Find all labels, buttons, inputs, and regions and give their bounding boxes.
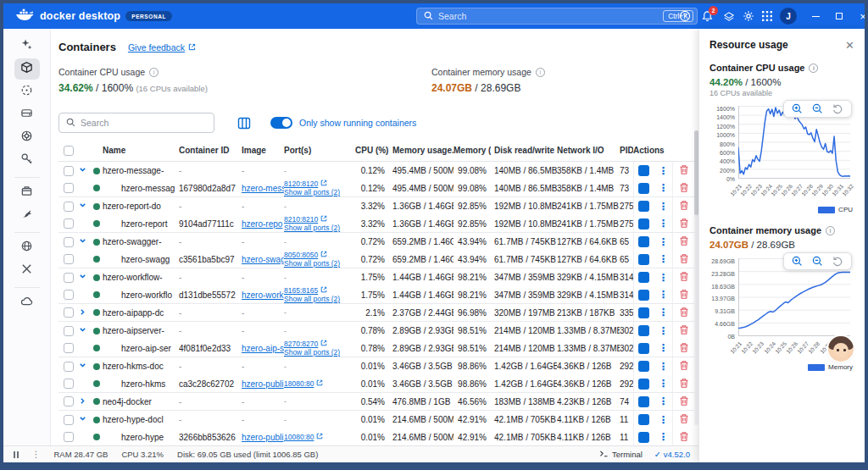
stop-button[interactable]	[638, 396, 649, 407]
delete-button[interactable]	[679, 395, 689, 408]
image-link[interactable]: hzero-publi	[242, 433, 283, 442]
sidebar-item-models[interactable]	[14, 150, 40, 171]
port-link[interactable]: 8210:8210	[284, 215, 318, 224]
settings-gear-icon[interactable]	[742, 9, 755, 23]
row-checkbox[interactable]	[64, 307, 74, 318]
stop-button[interactable]	[638, 165, 649, 176]
give-feedback-link[interactable]: Give feedback	[128, 42, 196, 53]
user-avatar[interactable]: J	[780, 8, 797, 25]
more-actions-button[interactable]: ⋮	[659, 415, 669, 425]
delete-button[interactable]	[679, 164, 689, 177]
more-actions-button[interactable]: ⋮	[659, 202, 669, 212]
chevron-down-icon[interactable]	[79, 166, 86, 175]
port-link[interactable]: 8270:8270	[284, 340, 318, 348]
image-link[interactable]: hzero-publi	[242, 379, 283, 389]
info-icon[interactable]: i	[536, 68, 545, 77]
delete-button[interactable]	[679, 200, 689, 213]
delete-button[interactable]	[679, 271, 689, 284]
row-checkbox[interactable]	[64, 343, 74, 353]
sidebar-item-docker-scout[interactable]	[14, 205, 40, 226]
more-actions-button[interactable]: ⋮	[659, 273, 669, 283]
sidebar-item-images[interactable]	[14, 81, 40, 102]
container-row[interactable]: hzero-hype3266bb853626hzero-publi10080:8…	[58, 429, 698, 445]
row-checkbox[interactable]	[64, 254, 74, 264]
column-header-name[interactable]: Name	[103, 146, 179, 155]
usage-meter-icon[interactable]	[14, 451, 19, 458]
row-checkbox[interactable]	[64, 290, 74, 300]
more-actions-button[interactable]: ⋮	[659, 326, 669, 336]
sidebar-item-marketplace[interactable]	[14, 260, 40, 281]
container-row[interactable]: hzero-hype-docl---0.01%214.6MB / 500MB42…	[58, 411, 698, 429]
container-row[interactable]: hzero-aipapp-dc---2.1%2.37GB / 2.44GB96.…	[58, 304, 698, 322]
column-header-ports[interactable]: Port(s)	[284, 147, 355, 155]
column-header-memory-pct[interactable]: Memory (%)	[453, 146, 491, 155]
column-header-image[interactable]: Image	[242, 146, 284, 155]
row-checkbox[interactable]	[64, 362, 74, 372]
container-row[interactable]: hzero-hkms-doc---0.01%3.46GB / 3.5GB98.8…	[58, 357, 698, 375]
column-header-cpu[interactable]: CPU (%)	[355, 146, 389, 155]
container-row[interactable]: hzero-messag167980d2a8d7hzero-mess8120:8…	[58, 180, 698, 197]
container-row[interactable]: hzero-workflow----1.75%1.44GB / 1.46GB98…	[58, 268, 698, 286]
container-row[interactable]: hzero-hkmsca3c28c62702hzero-publi18080:8…	[58, 375, 698, 393]
port-link[interactable]: 10080:80	[284, 433, 314, 441]
delete-button[interactable]	[679, 289, 689, 301]
delete-button[interactable]	[679, 307, 689, 319]
global-search-input[interactable]: Ctrl+K	[416, 8, 698, 25]
container-row[interactable]: hzero-workflod131dbe55572hzero-work8165:…	[58, 286, 698, 304]
sidebar-item-docker-hub[interactable]	[14, 182, 40, 203]
more-actions-button[interactable]: ⋮	[659, 218, 669, 229]
stop-button[interactable]	[638, 254, 649, 265]
zoom-out-icon[interactable]	[812, 103, 823, 114]
container-row[interactable]: hzero-swagger----0.72%659.2MB / 1.46GB43…	[58, 233, 698, 251]
container-search-field[interactable]	[81, 118, 207, 128]
select-all-checkbox[interactable]	[64, 146, 74, 156]
zoom-in-icon[interactable]	[792, 256, 803, 267]
more-actions-button[interactable]: ⋮	[659, 379, 669, 389]
close-window-button[interactable]: ×	[851, 3, 868, 29]
zoom-reset-icon[interactable]	[832, 103, 843, 114]
column-header-memory-usage[interactable]: Memory usage...	[389, 146, 453, 155]
stop-button[interactable]	[638, 343, 649, 354]
delete-button[interactable]	[679, 324, 689, 337]
chevron-down-icon[interactable]	[79, 326, 86, 335]
image-link[interactable]: hzero-work	[242, 290, 283, 300]
more-actions-button[interactable]: ⋮	[659, 237, 669, 247]
delete-button[interactable]	[679, 378, 689, 390]
stop-button[interactable]	[638, 307, 649, 318]
show-all-ports-link[interactable]: Show all ports (2)	[284, 224, 340, 232]
stop-button[interactable]	[638, 201, 649, 212]
column-settings-icon[interactable]	[236, 115, 252, 130]
stop-button[interactable]	[638, 432, 649, 443]
row-checkbox[interactable]	[64, 379, 74, 389]
stop-button[interactable]	[638, 183, 649, 194]
row-checkbox[interactable]	[64, 273, 74, 283]
column-header-network[interactable]: Network I/O	[557, 146, 620, 155]
stop-button[interactable]	[638, 379, 649, 390]
more-actions-button[interactable]: ⋮	[659, 254, 669, 264]
more-actions-button[interactable]: ⋮	[659, 307, 669, 318]
minimize-button[interactable]	[804, 3, 827, 29]
chevron-right-icon[interactable]	[79, 397, 86, 406]
stop-button[interactable]	[638, 325, 649, 336]
delete-button[interactable]	[679, 182, 689, 195]
stop-button[interactable]	[638, 218, 649, 229]
stop-button[interactable]	[638, 361, 649, 372]
sidebar-item-containers[interactable]	[14, 58, 40, 80]
chevron-down-icon[interactable]	[79, 362, 86, 371]
more-actions-button[interactable]: ⋮	[659, 343, 669, 353]
port-link[interactable]: 8050:8050	[284, 251, 318, 259]
stop-button[interactable]	[638, 272, 649, 283]
container-row[interactable]: hzero-swaggc3561ba5bc97hzero-swag8050:80…	[58, 251, 698, 268]
apps-grid-icon[interactable]	[760, 9, 774, 23]
statusbar-more-icon[interactable]: ⋮	[32, 450, 41, 459]
delete-button[interactable]	[679, 235, 689, 248]
port-link[interactable]: 8165:8165	[284, 286, 318, 295]
column-header-pid[interactable]: PID	[620, 146, 633, 155]
row-checkbox[interactable]	[64, 202, 74, 212]
chevron-down-icon[interactable]	[79, 273, 86, 282]
zoom-in-icon[interactable]	[792, 103, 803, 114]
row-checkbox[interactable]	[64, 183, 74, 193]
show-all-ports-link[interactable]: Show all ports (2)	[284, 259, 340, 268]
info-icon[interactable]: i	[826, 226, 835, 235]
show-all-ports-link[interactable]: Show all ports (2)	[284, 348, 340, 357]
